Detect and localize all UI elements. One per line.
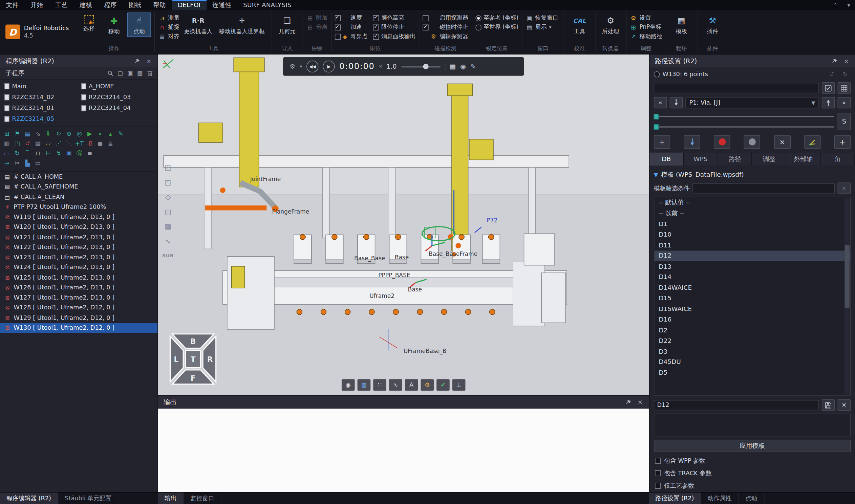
viewcube-back[interactable]: B <box>190 338 196 346</box>
viewport-side-tool-icon[interactable]: ∿ <box>162 236 173 246</box>
checkbox[interactable] <box>423 24 429 31</box>
program-statement-row[interactable]: ⊠ W120 [ Utool1, Uframe2, D13, 0 ] <box>0 222 158 232</box>
output-log-area[interactable] <box>158 409 649 492</box>
editor-tool-icon[interactable]: ▤ <box>33 139 42 148</box>
statusbar-tab[interactable]: 监控窗口 <box>184 492 221 504</box>
statusbar-tab[interactable]: Stäubli 单元配置 <box>58 492 119 504</box>
statusbar-tab[interactable]: 程序编辑器 (R2) <box>0 492 58 504</box>
menu-tab[interactable]: 帮助 <box>147 0 172 10</box>
settings-tab[interactable]: 外部轴 <box>787 152 821 166</box>
statusbar-tab[interactable]: 路径设置 (R2) <box>649 492 701 504</box>
annotate-icon[interactable]: ✎ <box>470 62 476 70</box>
next-point-button[interactable]: » <box>837 97 851 109</box>
template-list-item[interactable]: D45DU <box>654 357 850 367</box>
checkbox[interactable] <box>373 34 379 40</box>
collision-row[interactable]: 启用探测器 <box>423 14 468 22</box>
adjust-tool-row[interactable]: ⚙ 设置 <box>630 14 663 22</box>
settings-tab[interactable]: 路径 <box>718 152 752 166</box>
template-list-item[interactable]: D14WAICE <box>654 282 850 293</box>
program-statement-row[interactable]: ⊠ W125 [ Utool1, Uframe2, D13, 0 ] <box>0 272 158 283</box>
record-button[interactable] <box>714 135 730 149</box>
viewcube-left[interactable]: L <box>174 355 178 363</box>
template-list-item[interactable]: D15WAICE <box>654 304 850 314</box>
editor-tool-icon[interactable]: ⇓ <box>44 129 53 138</box>
program-statement-row[interactable]: ⊠ W128 [ Utool1, Uframe2, D12, 0 ] <box>0 303 158 313</box>
editor-tool-icon[interactable]: ▣ <box>64 149 73 157</box>
menu-tab[interactable]: 连通性 <box>207 0 237 10</box>
editor-tool-icon[interactable]: ⊓ <box>33 149 42 157</box>
pin-icon[interactable] <box>829 56 840 66</box>
save-template-button[interactable] <box>822 399 835 411</box>
program-statement-row[interactable]: ▤ # CALL A_HOME <box>0 172 158 182</box>
editor-tool-icon[interactable]: ⌒ <box>23 149 32 157</box>
template-option-row[interactable]: 包含 TRACK 参数 <box>649 467 855 480</box>
viewport-bottom-tool-icon[interactable]: A <box>405 379 418 391</box>
editor-tool-icon[interactable]: ↺ <box>23 139 32 148</box>
checkbox[interactable] <box>373 15 379 21</box>
program-statement-row[interactable]: ⊠ W127 [ Utool1, Uframe2, D13, 0 ] <box>0 292 158 303</box>
probe-up-button[interactable] <box>822 97 835 109</box>
ribbon-small-button[interactable]: ⊟ 分离 <box>306 23 328 31</box>
editor-tool-icon[interactable]: ▱ <box>44 139 53 148</box>
program-statement-row[interactable]: ▤ # CALL A_CLEAN <box>0 192 158 202</box>
clear-filter-button[interactable]: × <box>837 182 851 194</box>
ribbon-small-button[interactable]: ⊞ 附加 <box>306 14 328 22</box>
checkbox[interactable] <box>335 34 341 40</box>
template-list-item[interactable]: -- 以前 -- <box>654 208 850 218</box>
editor-tool-icon[interactable]: ↻ <box>54 129 63 138</box>
editor-tool-icon[interactable]: ✂ <box>13 158 22 167</box>
subprogram-item[interactable]: R2ZC3214_02 <box>2 92 78 103</box>
probe-down-button[interactable] <box>670 97 683 109</box>
viewport-bottom-tool-icon[interactable]: ✔ <box>437 379 450 391</box>
program-statement-row[interactable]: ⊠ W123 [ Utool1, Uframe2, D13, 0 ] <box>0 252 158 262</box>
play-button[interactable]: ▶ <box>323 60 335 72</box>
menu-tab[interactable]: 图纸 <box>123 0 147 10</box>
viewport-bottom-tool-icon[interactable]: ◉ <box>342 379 355 391</box>
path-range-slider[interactable] <box>654 124 834 129</box>
program-statement-row[interactable]: ⊠ W129 [ Utool1, Uframe2, D12, 0 ] <box>0 313 158 323</box>
calibration-tool-button[interactable]: CAL 工具 <box>568 13 591 37</box>
program-statement-row[interactable]: ▤ # CALL A_SAFEHOME <box>0 182 158 192</box>
template-list-item[interactable]: D3 <box>654 346 850 356</box>
editor-tool-icon[interactable]: » <box>95 129 105 138</box>
subprogram-item[interactable]: R2ZC3214_03 <box>79 92 156 103</box>
editor-tool-icon[interactable]: ⇘ <box>33 129 42 138</box>
ribbon-big-button[interactable]: 选择 <box>77 13 101 34</box>
checkbox[interactable] <box>423 15 429 21</box>
viewport-side-tool-icon[interactable]: ▥ <box>162 221 173 231</box>
settings-tab[interactable]: DB <box>649 152 684 166</box>
template-list-item[interactable]: D1 <box>654 219 850 229</box>
collision-row[interactable]: 碰撞时停止 <box>423 23 468 31</box>
scrollbar[interactable] <box>844 198 849 394</box>
program-statement-row[interactable]: ⊠ W126 [ Utool1, Uframe2, D13, 0 ] <box>0 283 158 293</box>
template-list-item[interactable]: D2 <box>654 325 850 335</box>
checkbox[interactable] <box>335 15 341 21</box>
plugin-button[interactable]: ⚒ 插件 <box>700 13 725 37</box>
confirm-icon-button[interactable] <box>822 82 835 94</box>
redo-icon[interactable]: ↻ <box>840 69 851 79</box>
frame-jog-button[interactable] <box>804 135 820 149</box>
close-icon[interactable]: × <box>144 56 155 66</box>
record-video-icon[interactable]: ◉ <box>460 62 466 70</box>
program-statement-row[interactable]: ⊠ W119 [ Utool1, Uframe2, D13, 0 ] <box>0 212 158 222</box>
viewport-3d[interactable]: JointFrame FlangeFrame P72 Base_Base Bas… <box>158 54 649 395</box>
menu-tab[interactable]: 文件 <box>0 0 24 10</box>
window-tool-row[interactable]: ▣ 恢复窗口 <box>526 14 560 22</box>
checkbox[interactable] <box>655 457 661 464</box>
ribbon-small-button[interactable]: ∩ 捕捉 <box>158 23 179 31</box>
editor-tool-icon[interactable]: ▭ <box>33 158 42 167</box>
search-icon[interactable] <box>106 69 115 78</box>
viewcube-front[interactable]: F <box>191 374 195 382</box>
editor-tool-icon[interactable]: ▴ <box>106 129 115 138</box>
subprogram-item[interactable]: Main <box>2 81 78 92</box>
checkbox[interactable] <box>655 470 661 476</box>
editor-tool-icon[interactable]: +T <box>75 139 84 148</box>
menu-tab[interactable]: 工艺 <box>49 0 73 10</box>
stop-button[interactable] <box>744 135 760 149</box>
collision-row[interactable]: ⚙ 编辑探测器 <box>423 33 468 41</box>
duplicate-subprogram-icon[interactable]: ▦ <box>135 69 144 78</box>
adjust-tool-row[interactable]: ↗ 移动路径 <box>630 33 663 41</box>
new-subprogram-icon[interactable]: ▢ <box>115 69 125 78</box>
ribbon-big-button[interactable]: ✛ 移动机器人世界框 <box>216 13 268 37</box>
settings-tab[interactable]: WPS <box>684 152 718 166</box>
